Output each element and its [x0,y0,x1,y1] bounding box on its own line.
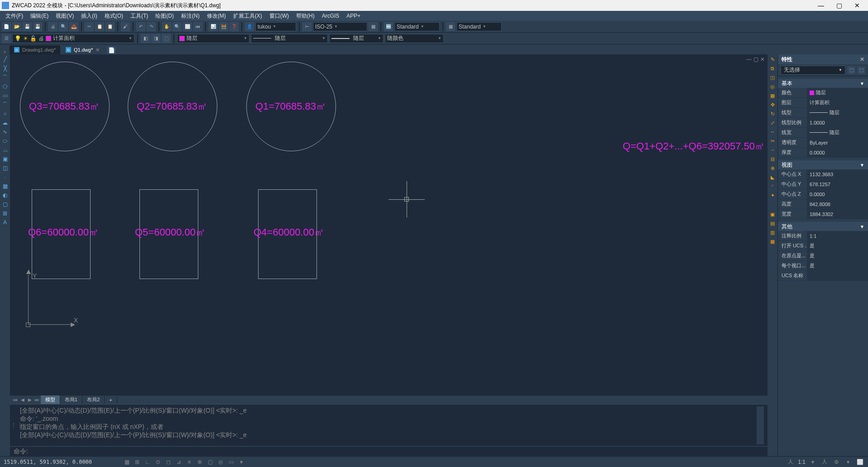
annotation-scale-icon[interactable]: 人 [786,458,795,466]
copy-tool[interactable]: ⧉ [768,64,777,72]
combo-tukou[interactable]: tukou▼ [255,22,296,31]
new-button[interactable]: 📄 [2,22,11,31]
zoom-button[interactable]: 🔍 [173,22,182,31]
layer-prev-button[interactable]: ◨ [151,34,160,43]
polygon-tool[interactable]: ⬠ [1,82,9,91]
circle-tool[interactable]: ○ [1,110,9,118]
group3-tool[interactable]: ▥ [768,228,777,236]
menu-app[interactable]: APP+ [343,12,364,20]
prop-center-x-value[interactable]: 1132.3683 [807,169,868,179]
minimize-button[interactable]: — [812,1,830,10]
layout-last-icon[interactable]: ⏭ [34,396,41,404]
extend-tool[interactable]: → [768,146,777,154]
rotate-tool[interactable]: ↻ [768,110,777,118]
layout-next-icon[interactable]: ▶ [26,396,34,404]
model-toggle[interactable]: ▢ [206,458,215,466]
match-button[interactable]: 🖌 [121,22,130,31]
stretch-tool[interactable]: ↔ [768,128,777,136]
layout-model-tab[interactable]: 模型 [41,395,60,404]
menu-edit[interactable]: 编辑(E) [27,11,52,21]
file-tab-q1[interactable]: D Q1.dwg* ✕ [61,45,104,54]
menu-arcgis[interactable]: ArcGIS [318,12,343,20]
restore-view-icon[interactable]: ▢ [753,56,758,63]
section-basic[interactable]: 基本▼ [778,79,868,88]
layer-state-button[interactable]: ⬚ [162,34,171,43]
properties-close-icon[interactable]: ✕ [860,56,864,63]
saveas-button[interactable]: 💾 [33,22,42,31]
otrack-toggle[interactable]: ⊿ [174,458,183,466]
text-tool[interactable]: A [1,218,9,226]
section-view[interactable]: 视图▼ [778,160,868,169]
save-button[interactable]: 💾 [23,22,32,31]
offset-tool[interactable]: ◎ [768,82,777,91]
ellipse-tool[interactable]: ⬭ [1,137,9,145]
layer-combo[interactable]: 💡 ☀ 🔓 🖨 计算面积 ▼ [12,34,134,43]
ellipsearc-tool[interactable]: ⌓ [1,146,9,154]
insert-tool[interactable]: ▣ [1,155,9,163]
ann-toggle[interactable]: ▭ [226,458,235,466]
cmd-grip-icon[interactable]: ⋮⋮ [14,406,20,444]
menu-draw[interactable]: 绘图(D) [152,11,177,21]
cmd-scrollbar[interactable] [757,406,764,444]
block-tool[interactable]: ◫ [1,164,9,172]
snap-toggle[interactable]: ⊞ [133,458,142,466]
maximize-button[interactable]: ▢ [830,1,848,10]
more-toggle[interactable]: ▾ [237,458,246,466]
erase-tool[interactable]: ✎ [768,55,777,63]
pan-button[interactable]: ✋ [162,22,171,31]
line-tool[interactable]: ╱ [1,55,9,63]
menu-tools[interactable]: 工具(T) [127,11,152,21]
calc-button[interactable]: 🧮 [219,22,228,31]
preview-button[interactable]: 🔍 [59,22,68,31]
close-view-icon[interactable]: ✕ [760,56,765,63]
point-tool[interactable]: · [1,173,9,181]
mirror-tool[interactable]: ◫ [768,73,777,82]
quick-select-button[interactable]: ⬚ [847,66,855,74]
prop-ucs-name-value[interactable] [807,271,868,280]
paste-button[interactable]: 📋 [106,22,115,31]
linetype-combo[interactable]: 随层 ▼ [251,34,328,43]
command-input[interactable] [31,448,764,455]
cycle-toggle[interactable]: ◎ [216,458,225,466]
spline-tool[interactable]: ∿ [1,128,9,136]
undo-button[interactable]: ↶ [136,22,145,31]
redo-button[interactable]: ↷ [147,22,156,31]
layout-prev-icon[interactable]: ◀ [19,396,26,404]
menu-file[interactable]: 文件(F) [2,11,27,21]
menu-insert[interactable]: 插入(I) [77,11,101,21]
layer-manager-button[interactable]: ☰ [2,34,11,43]
menu-modify[interactable]: 修改(M) [203,11,230,21]
dim-linear-button[interactable]: ⊢ [302,22,312,31]
group1-tool[interactable]: ▣ [768,210,777,218]
layout-first-icon[interactable]: ⏮ [12,396,19,404]
prop-anno-scale-value[interactable]: 1:1 [807,231,868,241]
revcloud-tool[interactable]: ☁ [1,119,9,127]
trim-tool[interactable]: ✂ [768,137,777,145]
group4-tool[interactable]: ▦ [768,237,777,246]
publish-button[interactable]: 📤 [69,22,78,31]
table-btn[interactable]: ▦ [446,22,455,31]
table-tool[interactable]: ⊞ [1,209,9,217]
polar-toggle[interactable]: ⊙ [153,458,163,466]
layout1-tab[interactable]: 布局1 [60,395,82,404]
chamfer-tool[interactable]: ◣ [768,173,777,181]
workspace-icon[interactable]: ⚙ [832,458,841,466]
file-tab-drawing1[interactable]: D Drawing1.dwg* [10,45,60,54]
menu-format[interactable]: 格式(O) [101,11,127,21]
lineweight-combo[interactable]: 随层 ▼ [329,34,384,43]
cut-button[interactable]: ✂ [85,22,94,31]
explode-tool[interactable]: ✦ [768,191,777,199]
fillet-tool[interactable]: ◜ [768,182,777,190]
menu-window[interactable]: 窗口(W) [266,11,293,21]
prop-color-value[interactable]: 随层 [807,88,868,97]
layer-iso-button[interactable]: ◧ [141,34,150,43]
arc-tool[interactable]: ⌒ [1,101,9,109]
break-tool[interactable]: ⊟ [768,155,777,163]
copy-button[interactable]: 📋 [95,22,104,31]
menu-view[interactable]: 视图(V) [52,11,77,21]
dyn-toggle[interactable]: ⊕ [195,458,204,466]
close-button[interactable]: ✕ [848,1,866,10]
combo-textstyle[interactable]: Standard▼ [394,22,440,31]
cursor-coordinates[interactable]: 1519.0511, 591.9302, 0.0000 [4,459,92,465]
pline-tool[interactable]: ⌒ [1,73,9,82]
